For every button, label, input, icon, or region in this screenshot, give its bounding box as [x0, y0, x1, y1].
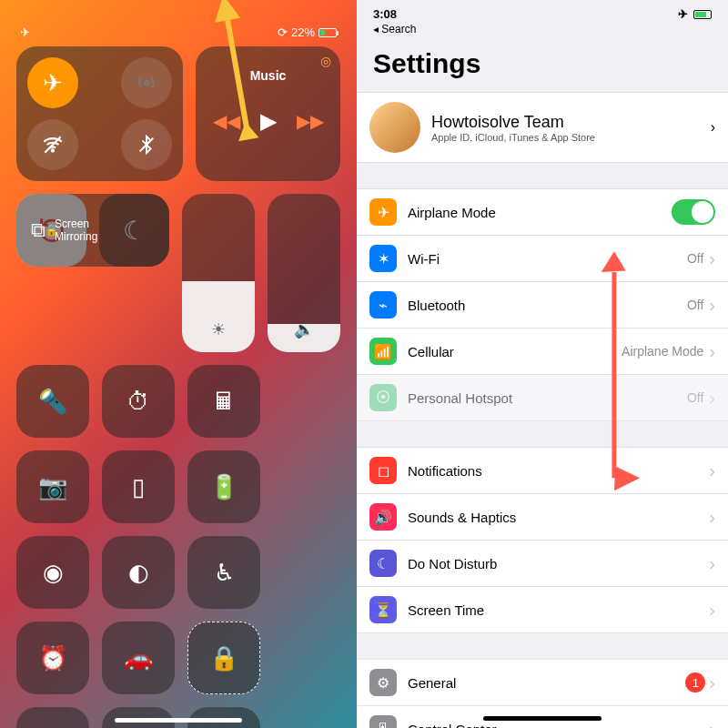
general-icon: ⚙︎ — [369, 669, 397, 696]
sounds-cell[interactable]: 🔊 Sounds & Haptics › — [357, 494, 728, 541]
chevron-icon: › — [709, 672, 715, 693]
screen-mirroring-icon: ⧉ — [31, 218, 46, 242]
airplane-status-icon: ✈︎ — [20, 25, 30, 39]
chevron-icon: › — [709, 553, 715, 574]
dnd-label: Do Not Disturb — [408, 556, 709, 571]
battery-pct: 22% — [291, 25, 315, 39]
home-indicator[interactable] — [483, 716, 602, 721]
control-center-label: Control Center — [408, 722, 709, 729]
cellular-value: Airplane Mode — [622, 344, 703, 359]
profile-sub: Apple ID, iCloud, iTunes & App Store — [431, 132, 711, 143]
notifications-label: Notifications — [408, 463, 709, 479]
camera-button[interactable]: 📷 — [16, 450, 89, 523]
screen-mirroring-button[interactable]: ⧉ Screen Mirroring — [16, 194, 169, 267]
general-cell[interactable]: ⚙︎ General 1 › — [357, 659, 728, 706]
chevron-icon: › — [711, 119, 715, 136]
volume-slider[interactable]: 🔈 — [268, 194, 340, 352]
hotspot-cell[interactable]: ⦿ Personal Hotspot Off › — [357, 375, 728, 421]
lock-icon: ⟳ — [278, 25, 288, 39]
airplane-label: Airplane Mode — [408, 205, 672, 220]
chevron-icon: › — [709, 507, 715, 528]
control-center-icon: 🎚 — [369, 715, 397, 728]
screentime-icon: ⏳ — [369, 596, 397, 623]
guided-access-button[interactable]: 🔒 — [187, 622, 260, 694]
screen-mirroring-label: Screen Mirroring — [55, 217, 97, 243]
wifi-label: Wi-Fi — [408, 251, 687, 267]
avatar — [369, 102, 420, 153]
bluetooth-cell[interactable]: ⌁ Bluetooth Off › — [357, 282, 728, 329]
volume-icon: 🔈 — [294, 319, 314, 339]
battery-icon — [693, 10, 712, 19]
apple-tv-remote-button[interactable]: ▯ — [102, 450, 175, 523]
status-time: 3:08 — [373, 7, 397, 21]
timer-button[interactable]: ⏱ — [102, 365, 175, 438]
home-indicator[interactable] — [115, 718, 242, 723]
bluetooth-value: Off — [687, 298, 703, 312]
chevron-icon: › — [709, 719, 715, 729]
wifi-value: Off — [687, 251, 703, 266]
alarm-button[interactable]: ⏰ — [16, 622, 89, 694]
airplane-icon: ✈︎ — [369, 198, 397, 226]
profile-name: Howtoisolve Team — [431, 113, 711, 132]
chevron-icon: › — [709, 295, 715, 316]
page-title: Settings — [357, 39, 728, 92]
airplane-mode-switch[interactable] — [672, 199, 715, 225]
sounds-icon: 🔊 — [369, 503, 397, 531]
bluetooth-label: Bluetooth — [408, 298, 687, 313]
car-button[interactable]: 🚗 — [102, 622, 175, 694]
music-module[interactable]: ◎ Music ◀◀ ▶ ▶▶ — [196, 46, 340, 181]
accessibility-button[interactable]: ♿︎ — [187, 536, 260, 609]
profile-cell[interactable]: Howtoisolve Team Apple ID, iCloud, iTune… — [357, 92, 728, 163]
airplay-icon[interactable]: ◎ — [320, 54, 331, 68]
screentime-label: Screen Time — [408, 602, 709, 618]
bluetooth-toggle[interactable] — [121, 119, 172, 170]
general-badge: 1 — [685, 672, 705, 693]
general-label: General — [408, 675, 685, 691]
cellular-icon: 📶 — [369, 338, 397, 365]
chevron-icon: › — [709, 248, 715, 269]
wifi-cell[interactable]: ✶ Wi-Fi Off › — [357, 236, 728, 282]
cellular-data-toggle[interactable] — [121, 57, 172, 108]
svg-point-1 — [52, 149, 54, 151]
dnd-cell[interactable]: ☾ Do Not Disturb › — [357, 541, 728, 587]
airplane-mode-toggle[interactable]: ✈︎ — [27, 57, 78, 108]
brightness-slider[interactable]: ☀︎ — [182, 194, 255, 352]
prev-track-button[interactable]: ◀◀ — [213, 110, 240, 132]
calculator-button[interactable]: 🖩 — [187, 365, 260, 438]
dark-mode-button[interactable]: ◐ — [102, 536, 175, 609]
cellular-label: Cellular — [408, 344, 622, 359]
hotspot-label: Personal Hotspot — [408, 390, 687, 406]
next-track-button[interactable]: ▶▶ — [297, 110, 324, 132]
hotspot-icon: ⦿ — [369, 384, 397, 411]
brightness-icon: ☀︎ — [211, 319, 226, 339]
hearing-button[interactable]: 👂 — [16, 707, 89, 728]
wifi-toggle[interactable] — [27, 119, 78, 170]
dnd-icon: ☾ — [369, 550, 397, 577]
airplane-status-icon: ✈︎ — [678, 7, 688, 21]
wifi-icon: ✶ — [369, 245, 397, 272]
back-label: Search — [381, 23, 416, 35]
screen-record-button[interactable]: ◉ — [16, 536, 89, 609]
battery-icon — [318, 28, 337, 37]
bluetooth-icon: ⌁ — [369, 291, 397, 318]
hotspot-value: Off — [687, 390, 703, 405]
connectivity-module[interactable]: ✈︎ — [16, 46, 183, 181]
screentime-cell[interactable]: ⏳ Screen Time › — [357, 587, 728, 633]
back-button[interactable]: ◂ Search — [357, 23, 728, 39]
low-power-mode-button[interactable]: 🔋 — [187, 450, 260, 523]
sounds-label: Sounds & Haptics — [408, 510, 709, 525]
play-button[interactable]: ▶ — [260, 108, 277, 134]
flashlight-button[interactable]: 🔦 — [16, 365, 89, 438]
chevron-icon: › — [709, 460, 715, 481]
cellular-cell[interactable]: 📶 Cellular Airplane Mode › — [357, 329, 728, 375]
chevron-icon: › — [709, 388, 715, 409]
notifications-icon: ◻︎ — [369, 457, 397, 484]
music-title: Music — [234, 59, 303, 96]
chevron-icon: › — [709, 600, 715, 621]
svg-point-0 — [145, 81, 148, 85]
airplane-mode-cell[interactable]: ✈︎ Airplane Mode — [357, 188, 728, 236]
chevron-icon: › — [709, 341, 715, 362]
notifications-cell[interactable]: ◻︎ Notifications › — [357, 447, 728, 494]
